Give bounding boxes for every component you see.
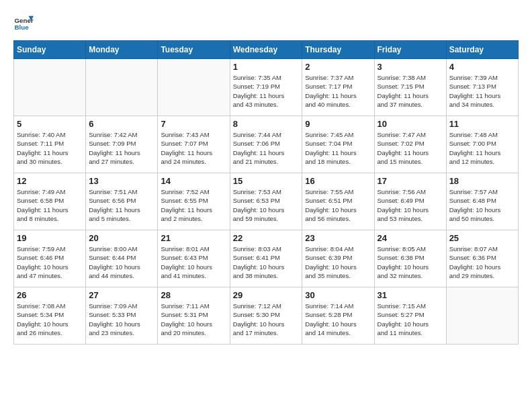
logo: General Blue: [13, 13, 34, 34]
day-number: 13: [89, 176, 154, 186]
day-number: 22: [233, 233, 300, 243]
day-info: Sunrise: 7:47 AM Sunset: 7:02 PM Dayligh…: [378, 130, 443, 166]
day-number: 1: [233, 62, 300, 72]
calendar-cell: 2Sunrise: 7:37 AM Sunset: 7:17 PM Daylig…: [302, 59, 374, 116]
day-number: 2: [305, 62, 371, 72]
calendar-cell: 7Sunrise: 7:43 AM Sunset: 7:07 PM Daylig…: [158, 116, 230, 173]
day-info: Sunrise: 7:08 AM Sunset: 5:34 PM Dayligh…: [17, 302, 83, 337]
calendar-cell: 11Sunrise: 7:48 AM Sunset: 7:00 PM Dayli…: [446, 116, 518, 173]
calendar-cell: 31Sunrise: 7:15 AM Sunset: 5:27 PM Dayli…: [374, 287, 446, 345]
day-number: 3: [378, 62, 443, 72]
calendar-week-row: 19Sunrise: 7:59 AM Sunset: 6:46 PM Dayli…: [14, 230, 519, 287]
day-number: 5: [17, 119, 83, 129]
calendar-cell: 3Sunrise: 7:38 AM Sunset: 7:15 PM Daylig…: [374, 59, 446, 116]
day-number: 18: [449, 176, 515, 186]
day-number: 7: [161, 119, 226, 129]
calendar-cell: 15Sunrise: 7:53 AM Sunset: 6:53 PM Dayli…: [230, 173, 302, 230]
day-info: Sunrise: 7:44 AM Sunset: 7:06 PM Dayligh…: [233, 130, 300, 166]
day-info: Sunrise: 8:01 AM Sunset: 6:43 PM Dayligh…: [161, 244, 226, 280]
calendar-week-row: 5Sunrise: 7:40 AM Sunset: 7:11 PM Daylig…: [14, 116, 519, 173]
day-info: Sunrise: 7:38 AM Sunset: 7:15 PM Dayligh…: [378, 73, 443, 109]
day-info: Sunrise: 8:05 AM Sunset: 6:38 PM Dayligh…: [378, 244, 443, 280]
day-number: 12: [17, 176, 83, 186]
day-info: Sunrise: 7:53 AM Sunset: 6:53 PM Dayligh…: [233, 187, 300, 223]
calendar-cell: 10Sunrise: 7:47 AM Sunset: 7:02 PM Dayli…: [374, 116, 446, 173]
calendar-cell: 6Sunrise: 7:42 AM Sunset: 7:09 PM Daylig…: [86, 116, 158, 173]
calendar-cell: [158, 59, 230, 116]
day-number: 11: [449, 119, 515, 129]
day-info: Sunrise: 7:45 AM Sunset: 7:04 PM Dayligh…: [305, 130, 371, 166]
calendar-cell: [446, 287, 518, 345]
calendar-cell: 18Sunrise: 7:57 AM Sunset: 6:48 PM Dayli…: [446, 173, 518, 230]
column-header-tuesday: Tuesday: [158, 41, 230, 59]
calendar-cell: 21Sunrise: 8:01 AM Sunset: 6:43 PM Dayli…: [158, 230, 230, 287]
calendar-table: SundayMondayTuesdayWednesdayThursdayFrid…: [13, 40, 519, 345]
day-info: Sunrise: 7:11 AM Sunset: 5:31 PM Dayligh…: [161, 302, 226, 337]
calendar-cell: 29Sunrise: 7:12 AM Sunset: 5:30 PM Dayli…: [230, 287, 302, 345]
day-info: Sunrise: 7:35 AM Sunset: 7:19 PM Dayligh…: [233, 73, 300, 109]
day-number: 28: [161, 290, 226, 300]
day-number: 15: [233, 176, 300, 186]
calendar-week-row: 26Sunrise: 7:08 AM Sunset: 5:34 PM Dayli…: [14, 287, 519, 345]
day-number: 19: [17, 233, 83, 243]
day-info: Sunrise: 8:04 AM Sunset: 6:39 PM Dayligh…: [305, 244, 371, 280]
calendar-cell: 5Sunrise: 7:40 AM Sunset: 7:11 PM Daylig…: [14, 116, 86, 173]
calendar-cell: 22Sunrise: 8:03 AM Sunset: 6:41 PM Dayli…: [230, 230, 302, 287]
day-number: 31: [378, 290, 443, 300]
day-info: Sunrise: 7:15 AM Sunset: 5:27 PM Dayligh…: [378, 302, 443, 337]
day-number: 16: [305, 176, 371, 186]
day-number: 21: [161, 233, 226, 243]
day-number: 14: [161, 176, 226, 186]
calendar-cell: 17Sunrise: 7:56 AM Sunset: 6:49 PM Dayli…: [374, 173, 446, 230]
calendar-cell: [86, 59, 158, 116]
calendar-cell: 27Sunrise: 7:09 AM Sunset: 5:33 PM Dayli…: [86, 287, 158, 345]
day-number: 9: [305, 119, 371, 129]
calendar-cell: 12Sunrise: 7:49 AM Sunset: 6:58 PM Dayli…: [14, 173, 86, 230]
calendar-cell: 1Sunrise: 7:35 AM Sunset: 7:19 PM Daylig…: [230, 59, 302, 116]
calendar-cell: 14Sunrise: 7:52 AM Sunset: 6:55 PM Dayli…: [158, 173, 230, 230]
column-header-friday: Friday: [374, 41, 446, 59]
day-info: Sunrise: 7:49 AM Sunset: 6:58 PM Dayligh…: [17, 187, 83, 223]
calendar-week-row: 1Sunrise: 7:35 AM Sunset: 7:19 PM Daylig…: [14, 59, 519, 116]
day-info: Sunrise: 7:56 AM Sunset: 6:49 PM Dayligh…: [378, 187, 443, 223]
day-info: Sunrise: 7:51 AM Sunset: 6:56 PM Dayligh…: [89, 187, 154, 223]
day-info: Sunrise: 7:09 AM Sunset: 5:33 PM Dayligh…: [89, 302, 154, 337]
day-info: Sunrise: 7:12 AM Sunset: 5:30 PM Dayligh…: [233, 302, 300, 337]
day-number: 24: [378, 233, 443, 243]
day-number: 23: [305, 233, 371, 243]
day-number: 26: [17, 290, 83, 300]
calendar-cell: 4Sunrise: 7:39 AM Sunset: 7:13 PM Daylig…: [446, 59, 518, 116]
calendar-cell: 20Sunrise: 8:00 AM Sunset: 6:44 PM Dayli…: [86, 230, 158, 287]
day-number: 17: [378, 176, 443, 186]
calendar-cell: [14, 59, 86, 116]
calendar-week-row: 12Sunrise: 7:49 AM Sunset: 6:58 PM Dayli…: [14, 173, 519, 230]
calendar-cell: 26Sunrise: 7:08 AM Sunset: 5:34 PM Dayli…: [14, 287, 86, 345]
day-info: Sunrise: 7:14 AM Sunset: 5:28 PM Dayligh…: [305, 302, 371, 337]
day-number: 10: [378, 119, 443, 129]
day-number: 20: [89, 233, 154, 243]
day-info: Sunrise: 7:57 AM Sunset: 6:48 PM Dayligh…: [449, 187, 515, 223]
calendar-cell: 28Sunrise: 7:11 AM Sunset: 5:31 PM Dayli…: [158, 287, 230, 345]
day-number: 8: [233, 119, 300, 129]
calendar-cell: 19Sunrise: 7:59 AM Sunset: 6:46 PM Dayli…: [14, 230, 86, 287]
calendar-cell: 13Sunrise: 7:51 AM Sunset: 6:56 PM Dayli…: [86, 173, 158, 230]
calendar-cell: 24Sunrise: 8:05 AM Sunset: 6:38 PM Dayli…: [374, 230, 446, 287]
calendar-cell: 9Sunrise: 7:45 AM Sunset: 7:04 PM Daylig…: [302, 116, 374, 173]
calendar-cell: 8Sunrise: 7:44 AM Sunset: 7:06 PM Daylig…: [230, 116, 302, 173]
day-info: Sunrise: 7:52 AM Sunset: 6:55 PM Dayligh…: [161, 187, 226, 223]
day-number: 6: [89, 119, 154, 129]
day-info: Sunrise: 8:00 AM Sunset: 6:44 PM Dayligh…: [89, 244, 154, 280]
day-number: 30: [305, 290, 371, 300]
column-header-monday: Monday: [86, 41, 158, 59]
svg-text:Blue: Blue: [15, 24, 30, 31]
calendar-cell: 25Sunrise: 8:07 AM Sunset: 6:36 PM Dayli…: [446, 230, 518, 287]
day-info: Sunrise: 7:59 AM Sunset: 6:46 PM Dayligh…: [17, 244, 83, 280]
calendar-cell: 16Sunrise: 7:55 AM Sunset: 6:51 PM Dayli…: [302, 173, 374, 230]
column-header-wednesday: Wednesday: [230, 41, 302, 59]
column-header-sunday: Sunday: [14, 41, 86, 59]
day-info: Sunrise: 8:03 AM Sunset: 6:41 PM Dayligh…: [233, 244, 300, 280]
day-number: 29: [233, 290, 300, 300]
day-number: 25: [449, 233, 515, 243]
calendar-header-row: SundayMondayTuesdayWednesdayThursdayFrid…: [14, 41, 519, 59]
calendar-cell: 23Sunrise: 8:04 AM Sunset: 6:39 PM Dayli…: [302, 230, 374, 287]
